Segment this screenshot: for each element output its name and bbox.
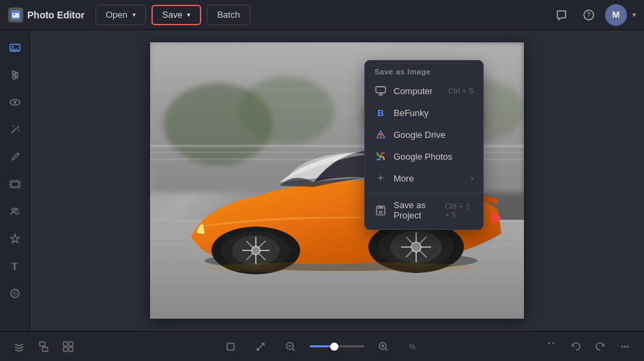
svg-line-17	[18, 126, 18, 126]
sidebar-item-brush[interactable]	[3, 145, 27, 169]
computer-icon	[375, 85, 387, 97]
sidebar-item-view[interactable]	[3, 90, 27, 115]
transform-icon[interactable]	[540, 336, 562, 358]
save-project-shortcut: Ctrl + ⇧ + S	[445, 202, 473, 219]
svg-point-82	[624, 345, 626, 347]
svg-rect-42	[150, 281, 524, 282]
svg-rect-69	[69, 342, 73, 346]
text-tool-glyph: T	[11, 261, 18, 272]
svg-point-2	[14, 13, 16, 15]
sidebar-item-effect[interactable]	[3, 281, 27, 306]
bottombar: %	[0, 331, 644, 361]
save-computer-item[interactable]: Computer Ctrl + S	[365, 80, 483, 102]
dropdown-header: Save as Image	[365, 65, 483, 80]
resize-icon[interactable]	[250, 336, 272, 358]
gdrive-icon	[375, 128, 387, 141]
open-chevron-icon: ▾	[132, 11, 136, 18]
sidebar-item-text[interactable]: T	[3, 254, 27, 278]
save-befunky-item[interactable]: B BeFunky	[365, 102, 483, 124]
svg-point-23	[16, 209, 18, 211]
open-button[interactable]: Open ▾	[96, 5, 146, 25]
chat-icon-button[interactable]	[551, 4, 572, 26]
svg-marker-24	[10, 234, 19, 243]
zoom-bar	[310, 345, 364, 347]
svg-rect-66	[40, 342, 45, 346]
svg-text:?: ?	[587, 12, 591, 19]
history-icon[interactable]	[33, 336, 55, 358]
save-chevron-icon: ▾	[187, 11, 190, 18]
svg-point-19	[18, 130, 19, 131]
computer-shortcut: Ctrl + S	[448, 87, 473, 95]
svg-point-12	[13, 76, 16, 79]
redo-icon[interactable]	[589, 336, 611, 358]
sidebar-item-wand[interactable]	[3, 117, 27, 142]
sidebar-item-people[interactable]	[3, 199, 27, 224]
grid-icon[interactable]	[57, 336, 79, 358]
zoom-slider-thumb[interactable]	[330, 343, 338, 351]
logo-icon	[8, 8, 23, 23]
svg-rect-20	[11, 182, 19, 187]
svg-rect-1	[12, 13, 19, 18]
crop-icon[interactable]	[220, 336, 241, 358]
more-options-icon[interactable]	[614, 336, 636, 358]
layers-icon[interactable]	[8, 336, 30, 358]
more-icon: +	[375, 172, 387, 184]
svg-rect-68	[63, 342, 68, 346]
bottom-left-icons	[8, 336, 79, 358]
gdrive-label: Google Drive	[394, 130, 445, 140]
zoom-slider[interactable]	[310, 345, 364, 347]
more-label: More	[394, 173, 414, 184]
save-project-label: Save as Project	[394, 200, 438, 220]
svg-rect-71	[69, 347, 73, 351]
save-button[interactable]: Save ▾	[151, 5, 202, 25]
svg-rect-70	[63, 347, 68, 351]
sidebar-item-image[interactable]	[3, 35, 27, 60]
zoom-in-icon[interactable]	[372, 336, 394, 358]
app-logo: Photo Editor	[8, 8, 85, 23]
sidebar: T	[0, 30, 30, 331]
svg-point-18	[13, 126, 14, 127]
svg-point-52	[252, 246, 260, 255]
save-more-item[interactable]: + More ›	[365, 167, 483, 189]
svg-rect-67	[42, 347, 48, 351]
svg-point-6	[12, 46, 13, 47]
avatar-chevron-icon: ▾	[632, 11, 636, 18]
main-area: T	[0, 30, 644, 331]
sidebar-item-adjust[interactable]	[3, 63, 27, 87]
svg-rect-64	[378, 206, 383, 209]
svg-point-81	[621, 345, 624, 347]
save-project-item[interactable]: Save as Project Ctrl + ⇧ + S	[365, 195, 483, 225]
topbar: Photo Editor Open ▾ Save ▾ Batch ? M ▾	[0, 0, 644, 30]
avatar-button[interactable]: M	[605, 4, 627, 26]
svg-point-10	[12, 71, 15, 74]
undo-icon[interactable]	[565, 336, 587, 358]
svg-rect-62	[376, 87, 385, 93]
zoom-out-icon[interactable]	[280, 336, 302, 358]
svg-line-15	[12, 128, 16, 133]
svg-point-14	[14, 101, 16, 104]
svg-line-79	[385, 349, 387, 351]
befunky-icon: B	[375, 106, 387, 119]
computer-label: Computer	[394, 86, 433, 96]
svg-point-65	[379, 211, 382, 214]
gphotos-icon	[375, 150, 387, 162]
save-gphotos-item[interactable]: Google Photos	[365, 145, 483, 167]
batch-button[interactable]: Batch	[207, 5, 250, 25]
svg-text:%: %	[409, 343, 415, 351]
svg-point-60	[411, 242, 421, 252]
svg-point-30	[239, 76, 334, 145]
save-gdrive-item[interactable]: Google Drive	[365, 124, 483, 145]
sidebar-item-frame[interactable]	[3, 172, 27, 197]
svg-rect-43	[150, 295, 524, 296]
gphotos-label: Google Photos	[394, 151, 452, 162]
zoom-level-icon[interactable]: %	[402, 336, 424, 358]
sidebar-item-sticker[interactable]	[3, 227, 27, 251]
app-title: Photo Editor	[27, 10, 85, 20]
save-project-icon	[375, 204, 387, 216]
help-icon-button[interactable]: ?	[578, 4, 600, 26]
svg-point-83	[627, 345, 629, 347]
zoom-slider-fill	[310, 345, 332, 347]
svg-point-22	[12, 208, 15, 211]
canvas-area: Save as Image Computer Ctrl + S B BeFunk…	[30, 30, 644, 331]
svg-line-75	[293, 349, 295, 351]
